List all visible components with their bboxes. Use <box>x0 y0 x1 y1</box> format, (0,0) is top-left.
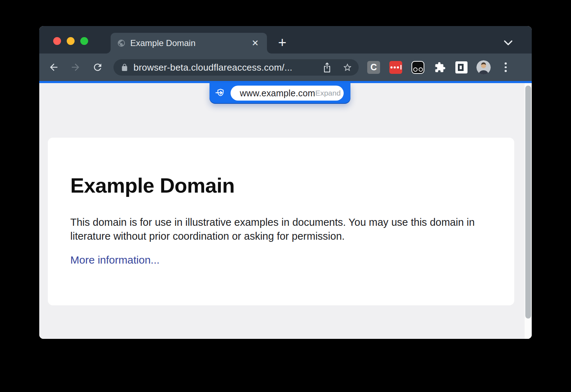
window-controls <box>53 37 88 45</box>
shield-arrow-icon <box>215 88 226 98</box>
tab-title: Example Domain <box>130 38 196 48</box>
tab-example-domain[interactable]: Example Domain ✕ <box>111 33 267 54</box>
content-card: Example Domain This domain is for use in… <box>48 138 514 305</box>
forward-button[interactable] <box>70 62 81 73</box>
isolated-domain-text: www.example.com <box>240 88 315 98</box>
reload-button[interactable] <box>92 62 103 73</box>
side-panel-icon[interactable] <box>455 61 468 73</box>
globe-favicon-icon <box>117 39 126 47</box>
extension-binoculars-icon[interactable] <box>411 61 424 74</box>
more-information-link[interactable]: More information... <box>70 254 160 266</box>
page-viewport: www.example.com Expand Example Domain Th… <box>39 83 532 339</box>
page-title: Example Domain <box>70 173 234 197</box>
bookmark-star-icon[interactable] <box>343 62 352 73</box>
lock-icon[interactable] <box>121 63 128 72</box>
tab-strip: Example Domain ✕ + <box>39 26 532 54</box>
extension-c-icon[interactable]: C <box>367 61 380 74</box>
tab-close-icon[interactable]: ✕ <box>250 38 261 49</box>
close-window-button[interactable] <box>53 37 61 45</box>
browser-menu-icon[interactable] <box>502 61 509 73</box>
back-button[interactable] <box>48 62 59 73</box>
share-icon[interactable] <box>322 62 332 73</box>
isolation-domain-pill[interactable]: www.example.com Expand <box>231 86 344 101</box>
extension-c-label: C <box>370 62 377 72</box>
fullscreen-window-button[interactable] <box>80 37 88 45</box>
extensions-puzzle-icon[interactable] <box>434 62 446 73</box>
scrollbar-thumb[interactable] <box>525 86 531 319</box>
new-tab-button[interactable]: + <box>275 36 290 51</box>
tab-search-chevron-icon[interactable] <box>503 40 513 46</box>
address-bar[interactable]: browser-beta.cloudflareaccess.com/... <box>113 59 359 76</box>
expand-button[interactable]: Expand <box>315 89 340 97</box>
page-body-text: This domain is for use in illustrative e… <box>70 215 484 243</box>
minimize-window-button[interactable] <box>67 37 75 45</box>
browser-toolbar: browser-beta.cloudflareaccess.com/... C <box>39 54 532 81</box>
isolation-badge: www.example.com Expand <box>209 83 350 103</box>
browser-window: Example Domain ✕ + browser-beta.cloudfla… <box>39 26 532 339</box>
url-text: browser-beta.cloudflareaccess.com/... <box>133 62 292 73</box>
profile-avatar[interactable] <box>476 60 491 75</box>
extension-password-manager-icon[interactable] <box>389 61 402 74</box>
avatar-image <box>476 60 491 75</box>
